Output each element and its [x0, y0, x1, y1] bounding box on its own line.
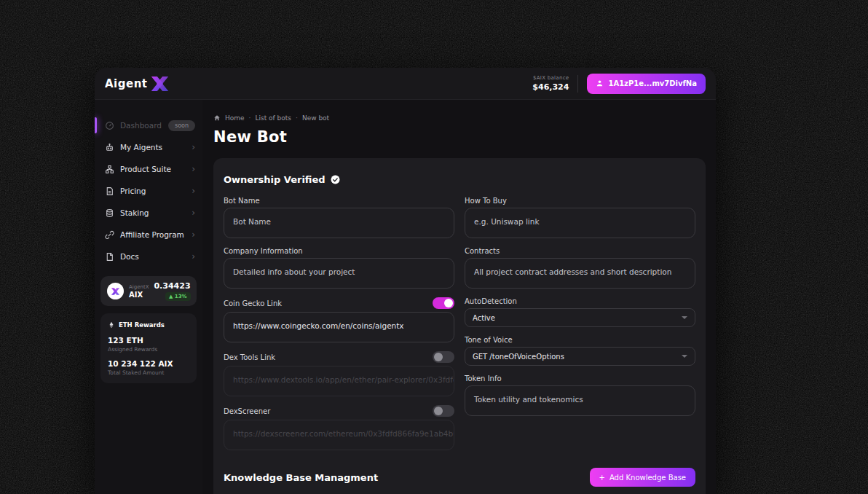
main-content: Home · List of bots · New bot New Bot Ow…: [202, 100, 716, 494]
dexscreener-toggle[interactable]: [433, 405, 454, 417]
form-right-column: How To Buy Contracts AutoDetection Activ…: [465, 197, 695, 425]
chevron-right-icon: ›: [192, 143, 195, 152]
toggle-knob: [434, 353, 443, 361]
contracts-input[interactable]: [465, 258, 695, 289]
balance-value: $46,324: [532, 82, 569, 92]
logo-x-icon: [150, 77, 170, 91]
sidebar-item-label: Pricing: [120, 187, 146, 195]
aix-token-card[interactable]: AigentX AIX 0.34423 ▲ 13%: [100, 276, 197, 306]
toggle-knob: [434, 407, 443, 415]
sidebar-item-pricing[interactable]: Pricing ›: [95, 180, 202, 202]
tone-of-voice-value: GET /toneOfVoiceOptions: [473, 353, 564, 361]
sidebar-item-label: Product Suite: [120, 165, 171, 173]
dex-tools-input: https://www.dextools.io/app/en/ether/pai…: [224, 366, 454, 396]
tone-of-voice-label: Tone of Voice: [465, 336, 695, 344]
sidebar-item-staking[interactable]: Staking ›: [95, 202, 202, 224]
sidebar-item-docs[interactable]: Docs ›: [95, 246, 202, 267]
chevron-down-icon: [682, 316, 687, 319]
dex-tools-field: Dex Tools Link https://www.dextools.io/a…: [224, 351, 454, 396]
dex-tools-label: Dex Tools Link: [224, 353, 275, 361]
up-arrow-icon: ▲: [169, 294, 173, 299]
contracts-field: Contracts: [465, 247, 695, 289]
sidebar-item-label: Docs: [120, 252, 139, 261]
eth-caption: Assigned Rewards: [108, 346, 189, 353]
new-bot-form-card: Ownership Verified Bot Name Company Info…: [213, 158, 706, 494]
bot-name-input[interactable]: [224, 208, 454, 238]
sidebar-item-affiliate-program[interactable]: Affiliate Program ›: [95, 224, 202, 246]
autodetection-value: Active: [473, 314, 495, 322]
header-divider: [577, 75, 578, 93]
sidebar: Dashboard soon My Aigents › Product Suit…: [95, 100, 202, 494]
token-change-badge: ▲ 13%: [165, 292, 191, 301]
tone-of-voice-select[interactable]: GET /toneOfVoiceOptions: [465, 347, 695, 366]
coin-gecko-toggle[interactable]: [433, 297, 454, 309]
dexscreener-label: DexScreener: [224, 407, 270, 415]
bot-name-label: Bot Name: [224, 197, 454, 205]
token-price: 0.34423: [154, 281, 190, 291]
aigentx-logo[interactable]: Aigent: [105, 77, 170, 91]
breadcrumb: Home · List of bots · New bot: [213, 114, 706, 122]
top-header: Aigent $AIX balance $46,324: [95, 68, 716, 100]
add-knowledge-base-label: Add Knowledge Base: [609, 474, 686, 482]
soon-badge: soon: [168, 120, 195, 131]
user-icon: [596, 79, 604, 87]
tone-of-voice-field: Tone of Voice GET /toneOfVoiceOptions: [465, 336, 695, 366]
sidebar-item-label: Staking: [120, 208, 149, 217]
sidebar-item-label: Dashboard: [120, 121, 162, 130]
sidebar-item-product-suite[interactable]: Product Suite ›: [95, 158, 202, 180]
eth-diamond-icon: [108, 321, 115, 329]
gauge-icon: [105, 121, 114, 130]
chevron-right-icon: ›: [192, 252, 195, 261]
eth-amount: 123 ETH: [108, 336, 189, 345]
company-info-input[interactable]: [224, 258, 454, 289]
aix-token-icon: [107, 283, 124, 299]
staked-amount: 10 234 122 AIX: [108, 359, 189, 368]
sidebar-item-label: Affiliate Program: [120, 230, 184, 239]
breadcrumb-separator: ·: [296, 114, 298, 122]
token-brand: AigentX: [129, 284, 149, 290]
bot-name-field: Bot Name: [224, 197, 454, 238]
how-to-buy-label: How To Buy: [465, 197, 695, 205]
dex-tools-toggle[interactable]: [433, 351, 454, 363]
how-to-buy-input[interactable]: [465, 208, 695, 238]
autodetection-select[interactable]: Active: [465, 308, 695, 327]
company-info-label: Company Information: [224, 247, 454, 255]
sidebar-item-label: My Aigents: [120, 143, 162, 152]
dexscreener-input: https://dexscreener.com/ethereum/0x3fdfd…: [224, 420, 454, 450]
token-info-label: Token Info: [465, 375, 695, 383]
verified-check-icon: [331, 175, 340, 184]
token-info-field: Token Info: [465, 375, 695, 416]
chevron-right-icon: ›: [192, 187, 195, 195]
home-icon: [213, 114, 221, 122]
balance-display: $AIX balance $46,324: [532, 75, 569, 92]
toggle-knob: [444, 299, 453, 307]
link-icon: [105, 230, 114, 240]
add-knowledge-base-button[interactable]: + Add Knowledge Base: [590, 468, 695, 487]
rewards-title: ETH Rewards: [119, 321, 165, 329]
token-info-input[interactable]: [465, 385, 695, 416]
dexscreener-field: DexScreener https://dexscreener.com/ethe…: [224, 405, 454, 450]
how-to-buy-field: How To Buy: [465, 197, 695, 238]
form-left-column: Bot Name Company Information Coin Gecko …: [224, 197, 454, 459]
breadcrumb-list-of-bots[interactable]: List of bots: [255, 114, 291, 122]
wallet-address-button[interactable]: 1A1zP1e...mv7DivfNa: [587, 74, 706, 94]
plus-icon: +: [599, 474, 605, 482]
token-symbol: AIX: [129, 291, 149, 299]
chevron-right-icon: ›: [192, 208, 195, 217]
contracts-label: Contracts: [465, 247, 695, 255]
eth-rewards-card: ETH Rewards 123 ETH Assigned Rewards 10 …: [100, 313, 197, 383]
breadcrumb-home[interactable]: Home: [225, 114, 245, 122]
ownership-verified-label: Ownership Verified: [224, 174, 326, 185]
document-icon: [105, 252, 114, 262]
balance-label: $AIX balance: [532, 75, 569, 81]
app-window: Aigent $AIX balance $46,324: [95, 68, 716, 494]
breadcrumb-current: New bot: [302, 114, 329, 122]
sidebar-item-dashboard[interactable]: Dashboard soon: [95, 114, 202, 136]
autodetection-field: AutoDetection Active: [465, 297, 695, 327]
knowledge-base-title: Knowledge Base Managment: [224, 472, 378, 483]
hierarchy-icon: [105, 165, 114, 174]
staked-caption: Total Staked Amount: [108, 369, 189, 376]
coin-gecko-input[interactable]: https://www.coingecko.com/en/coins/aigen…: [224, 312, 454, 342]
sidebar-item-my-aigents[interactable]: My Aigents ›: [95, 136, 202, 158]
chevron-right-icon: ›: [192, 165, 195, 173]
